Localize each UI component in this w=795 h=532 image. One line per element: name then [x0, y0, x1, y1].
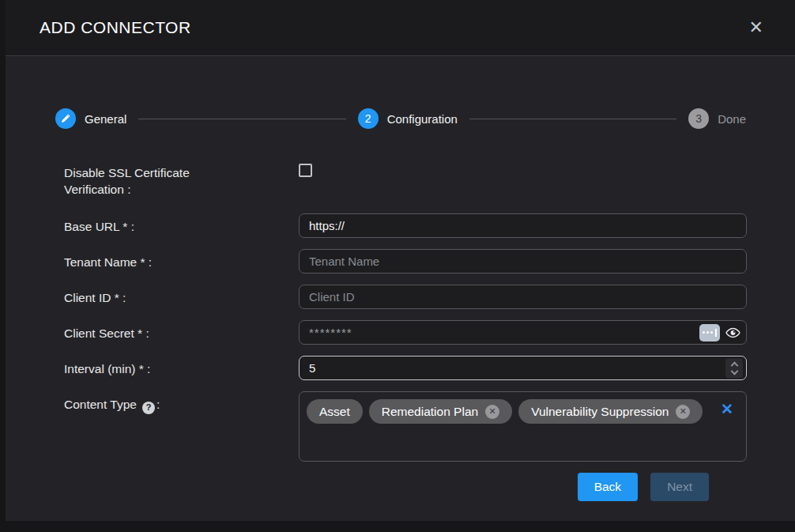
chip-asset-label: Asset: [319, 403, 350, 420]
chip-remove-icon[interactable]: ✕: [676, 405, 690, 419]
content-type-multiselect[interactable]: Asset Remediation Plan ✕ Vulnerability S…: [299, 391, 747, 462]
step-general[interactable]: General: [55, 108, 126, 129]
dialog-footer: Back Next: [64, 473, 709, 501]
content-type-colon: :: [156, 398, 160, 411]
close-icon[interactable]: ✕: [749, 19, 763, 36]
form-row-base-url: Base URL * :: [64, 213, 747, 238]
step-done-label: Done: [718, 112, 746, 126]
step-configuration[interactable]: 2 Configuration: [358, 108, 458, 129]
chip-asset[interactable]: Asset: [307, 399, 363, 424]
credentials-autofill-icon[interactable]: [699, 324, 720, 341]
chip-vulnerability-suppression-label: Vulnerability Suppression: [531, 403, 669, 420]
step-general-label: General: [85, 112, 126, 126]
step-configuration-label: Configuration: [387, 112, 458, 126]
tenant-name-label: Tenant Name * :: [64, 249, 299, 270]
pencil-icon: [55, 108, 76, 129]
dialog-header: ADD CONNECTOR ✕: [6, 0, 795, 56]
form-row-tenant-name: Tenant Name * :: [64, 249, 747, 274]
stepper-down-icon[interactable]: [730, 367, 738, 375]
step-2-badge: 2: [358, 108, 379, 129]
form-row-content-type: Content Type?: Asset Remediation Plan ✕ …: [64, 391, 747, 462]
help-icon[interactable]: ?: [142, 402, 155, 414]
number-stepper[interactable]: [725, 358, 743, 378]
back-button[interactable]: Back: [578, 473, 638, 501]
step-done[interactable]: 3 Done: [688, 108, 746, 129]
clear-all-icon[interactable]: ✕: [721, 402, 733, 417]
wizard-stepper: General 2 Configuration 3 Done: [55, 108, 746, 129]
form-row-ssl: Disable SSL Certificate Verification :: [64, 160, 747, 198]
stepper-connector: [138, 119, 345, 119]
content-type-label: Content Type?:: [64, 391, 299, 414]
next-button[interactable]: Next: [650, 473, 709, 501]
client-id-label: Client ID * :: [64, 285, 299, 306]
base-url-input[interactable]: [299, 213, 747, 238]
ssl-checkbox[interactable]: [299, 164, 312, 177]
client-secret-input[interactable]: [299, 320, 747, 345]
form-row-client-secret: Client Secret * :: [64, 320, 747, 345]
tenant-name-input[interactable]: [299, 249, 747, 274]
client-id-input[interactable]: [299, 285, 747, 309]
interval-input[interactable]: [299, 356, 747, 380]
client-secret-label: Client Secret * :: [64, 320, 299, 341]
chip-remediation-plan-label: Remediation Plan: [382, 403, 478, 420]
configuration-form: Disable SSL Certificate Verification : B…: [64, 160, 747, 501]
form-row-interval: Interval (min) * :: [64, 356, 747, 380]
stepper-connector: [469, 119, 676, 119]
add-connector-dialog: ADD CONNECTOR ✕ General 2 Configuration …: [6, 0, 795, 521]
chip-vulnerability-suppression[interactable]: Vulnerability Suppression ✕: [518, 399, 703, 424]
show-password-eye-icon[interactable]: [725, 327, 740, 338]
form-row-client-id: Client ID * :: [64, 285, 747, 309]
content-type-label-text: Content Type: [64, 398, 137, 411]
base-url-label: Base URL * :: [64, 213, 299, 235]
step-3-badge: 3: [688, 108, 709, 129]
dialog-title: ADD CONNECTOR: [40, 18, 191, 37]
chip-remediation-plan[interactable]: Remediation Plan ✕: [369, 399, 512, 424]
ssl-label: Disable SSL Certificate Verification :: [64, 160, 299, 198]
chip-remove-icon[interactable]: ✕: [485, 405, 499, 419]
interval-label: Interval (min) * :: [64, 356, 299, 377]
